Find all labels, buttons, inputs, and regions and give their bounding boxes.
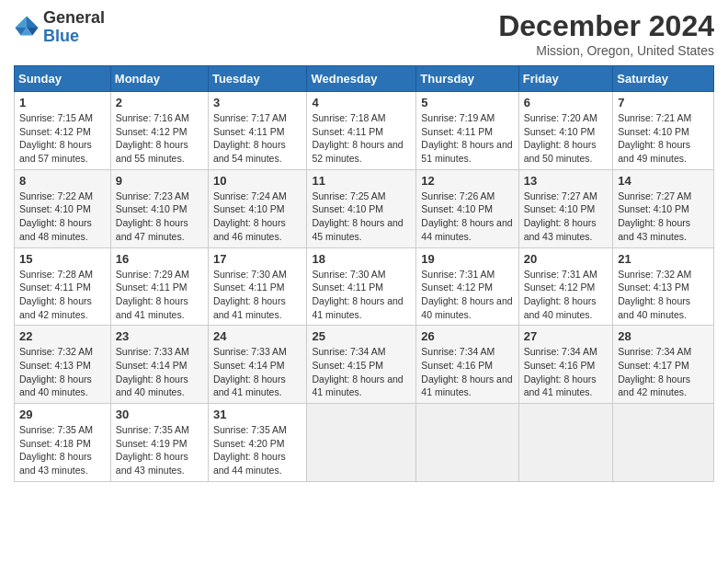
calendar-cell: 5 Sunrise: 7:19 AMSunset: 4:11 PMDayligh… <box>416 92 518 170</box>
calendar-cell: 16 Sunrise: 7:29 AMSunset: 4:11 PMDaylig… <box>110 247 208 326</box>
day-number: 22 <box>19 329 106 343</box>
calendar-cell: 14 Sunrise: 7:27 AMSunset: 4:10 PMDaylig… <box>613 169 714 247</box>
day-info: Sunrise: 7:27 AMSunset: 4:10 PMDaylight:… <box>618 190 691 242</box>
svg-marker-0 <box>27 16 39 28</box>
day-number: 19 <box>421 252 513 266</box>
day-info: Sunrise: 7:35 AMSunset: 4:18 PMDaylight:… <box>19 424 93 476</box>
calendar-cell: 4 Sunrise: 7:18 AMSunset: 4:11 PMDayligh… <box>307 92 416 170</box>
calendar-cell: 3 Sunrise: 7:17 AMSunset: 4:11 PMDayligh… <box>208 92 307 170</box>
calendar-table: SundayMondayTuesdayWednesdayThursdayFrid… <box>14 65 714 482</box>
day-info: Sunrise: 7:15 AMSunset: 4:12 PMDaylight:… <box>19 112 93 164</box>
day-info: Sunrise: 7:18 AMSunset: 4:11 PMDaylight:… <box>312 112 403 164</box>
day-number: 11 <box>312 174 411 188</box>
day-info: Sunrise: 7:26 AMSunset: 4:10 PMDaylight:… <box>421 190 512 242</box>
day-number: 30 <box>116 408 203 421</box>
weekday-header-wednesday: Wednesday <box>307 66 416 92</box>
weekday-header-row: SundayMondayTuesdayWednesdayThursdayFrid… <box>15 66 714 92</box>
day-number: 16 <box>116 252 203 266</box>
day-info: Sunrise: 7:34 AMSunset: 4:17 PMDaylight:… <box>618 346 691 397</box>
calendar-cell: 30 Sunrise: 7:35 AMSunset: 4:19 PMDaylig… <box>110 404 208 482</box>
page-header: General Blue December 2024 Mission, Oreg… <box>14 9 714 58</box>
day-number: 24 <box>213 329 302 343</box>
day-info: Sunrise: 7:20 AMSunset: 4:10 PMDaylight:… <box>524 112 597 164</box>
day-number: 20 <box>524 252 609 266</box>
day-info: Sunrise: 7:25 AMSunset: 4:10 PMDaylight:… <box>312 190 403 242</box>
day-number: 2 <box>116 96 203 109</box>
calendar-cell: 15 Sunrise: 7:28 AMSunset: 4:11 PMDaylig… <box>15 247 111 326</box>
calendar-cell: 20 Sunrise: 7:31 AMSunset: 4:12 PMDaylig… <box>518 247 613 326</box>
day-info: Sunrise: 7:24 AMSunset: 4:10 PMDaylight:… <box>213 190 287 242</box>
calendar-cell: 1 Sunrise: 7:15 AMSunset: 4:12 PMDayligh… <box>15 92 111 170</box>
calendar-cell: 17 Sunrise: 7:30 AMSunset: 4:11 PMDaylig… <box>208 247 307 326</box>
day-number: 8 <box>19 174 106 188</box>
day-info: Sunrise: 7:29 AMSunset: 4:11 PMDaylight:… <box>116 269 189 320</box>
day-number: 29 <box>19 408 106 421</box>
day-info: Sunrise: 7:16 AMSunset: 4:12 PMDaylight:… <box>116 112 189 164</box>
day-info: Sunrise: 7:28 AMSunset: 4:11 PMDaylight:… <box>19 269 93 320</box>
weekday-header-sunday: Sunday <box>15 66 111 92</box>
calendar-cell: 9 Sunrise: 7:23 AMSunset: 4:10 PMDayligh… <box>110 169 208 247</box>
day-number: 23 <box>116 329 203 343</box>
calendar-cell: 2 Sunrise: 7:16 AMSunset: 4:12 PMDayligh… <box>110 92 208 170</box>
day-number: 5 <box>421 96 513 109</box>
day-number: 18 <box>312 252 411 266</box>
day-info: Sunrise: 7:27 AMSunset: 4:10 PMDaylight:… <box>524 190 597 242</box>
logo: General Blue <box>14 9 105 46</box>
day-number: 7 <box>618 96 709 109</box>
day-info: Sunrise: 7:21 AMSunset: 4:10 PMDaylight:… <box>618 112 691 164</box>
calendar-cell <box>613 404 714 482</box>
calendar-cell: 26 Sunrise: 7:34 AMSunset: 4:16 PMDaylig… <box>416 326 518 404</box>
logo-icon <box>14 15 40 40</box>
day-info: Sunrise: 7:35 AMSunset: 4:19 PMDaylight:… <box>116 424 189 476</box>
day-number: 10 <box>213 174 302 188</box>
calendar-cell: 6 Sunrise: 7:20 AMSunset: 4:10 PMDayligh… <box>518 92 613 170</box>
day-number: 6 <box>524 96 609 109</box>
day-number: 31 <box>213 408 302 421</box>
day-info: Sunrise: 7:33 AMSunset: 4:14 PMDaylight:… <box>213 346 287 397</box>
calendar-cell: 11 Sunrise: 7:25 AMSunset: 4:10 PMDaylig… <box>307 169 416 247</box>
calendar-cell: 10 Sunrise: 7:24 AMSunset: 4:10 PMDaylig… <box>208 169 307 247</box>
calendar-cell <box>518 404 613 482</box>
calendar-cell: 7 Sunrise: 7:21 AMSunset: 4:10 PMDayligh… <box>613 92 714 170</box>
calendar-cell <box>307 404 416 482</box>
day-info: Sunrise: 7:32 AMSunset: 4:13 PMDaylight:… <box>19 346 93 397</box>
day-number: 14 <box>618 174 709 188</box>
logo-general-text: General <box>43 9 105 28</box>
calendar-week-row: 8 Sunrise: 7:22 AMSunset: 4:10 PMDayligh… <box>15 169 714 247</box>
month-title: December 2024 <box>498 9 714 43</box>
day-info: Sunrise: 7:23 AMSunset: 4:10 PMDaylight:… <box>116 190 189 242</box>
calendar-cell: 21 Sunrise: 7:32 AMSunset: 4:13 PMDaylig… <box>613 247 714 326</box>
day-info: Sunrise: 7:34 AMSunset: 4:15 PMDaylight:… <box>312 346 403 397</box>
day-info: Sunrise: 7:17 AMSunset: 4:11 PMDaylight:… <box>213 112 287 164</box>
calendar-cell: 25 Sunrise: 7:34 AMSunset: 4:15 PMDaylig… <box>307 326 416 404</box>
day-number: 27 <box>524 329 609 343</box>
day-info: Sunrise: 7:30 AMSunset: 4:11 PMDaylight:… <box>213 269 287 320</box>
weekday-header-saturday: Saturday <box>613 66 714 92</box>
day-info: Sunrise: 7:31 AMSunset: 4:12 PMDaylight:… <box>421 269 512 320</box>
weekday-header-thursday: Thursday <box>416 66 518 92</box>
title-area: December 2024 Mission, Oregon, United St… <box>498 9 714 58</box>
calendar-cell: 23 Sunrise: 7:33 AMSunset: 4:14 PMDaylig… <box>110 326 208 404</box>
calendar-cell: 22 Sunrise: 7:32 AMSunset: 4:13 PMDaylig… <box>15 326 111 404</box>
calendar-cell: 28 Sunrise: 7:34 AMSunset: 4:17 PMDaylig… <box>613 326 714 404</box>
calendar-cell: 29 Sunrise: 7:35 AMSunset: 4:18 PMDaylig… <box>15 404 111 482</box>
calendar-week-row: 1 Sunrise: 7:15 AMSunset: 4:12 PMDayligh… <box>15 92 714 170</box>
day-number: 1 <box>19 96 106 109</box>
calendar-cell: 13 Sunrise: 7:27 AMSunset: 4:10 PMDaylig… <box>518 169 613 247</box>
day-number: 21 <box>618 252 709 266</box>
weekday-header-friday: Friday <box>518 66 613 92</box>
day-number: 3 <box>213 96 302 109</box>
calendar-cell: 31 Sunrise: 7:35 AMSunset: 4:20 PMDaylig… <box>208 404 307 482</box>
day-info: Sunrise: 7:33 AMSunset: 4:14 PMDaylight:… <box>116 346 189 397</box>
day-number: 17 <box>213 252 302 266</box>
day-info: Sunrise: 7:22 AMSunset: 4:10 PMDaylight:… <box>19 190 93 242</box>
calendar-week-row: 15 Sunrise: 7:28 AMSunset: 4:11 PMDaylig… <box>15 247 714 326</box>
calendar-cell: 12 Sunrise: 7:26 AMSunset: 4:10 PMDaylig… <box>416 169 518 247</box>
day-info: Sunrise: 7:19 AMSunset: 4:11 PMDaylight:… <box>421 112 512 164</box>
calendar-cell: 19 Sunrise: 7:31 AMSunset: 4:12 PMDaylig… <box>416 247 518 326</box>
calendar-cell: 24 Sunrise: 7:33 AMSunset: 4:14 PMDaylig… <box>208 326 307 404</box>
day-info: Sunrise: 7:32 AMSunset: 4:13 PMDaylight:… <box>618 269 691 320</box>
day-number: 13 <box>524 174 609 188</box>
day-number: 4 <box>312 96 411 109</box>
calendar-week-row: 29 Sunrise: 7:35 AMSunset: 4:18 PMDaylig… <box>15 404 714 482</box>
